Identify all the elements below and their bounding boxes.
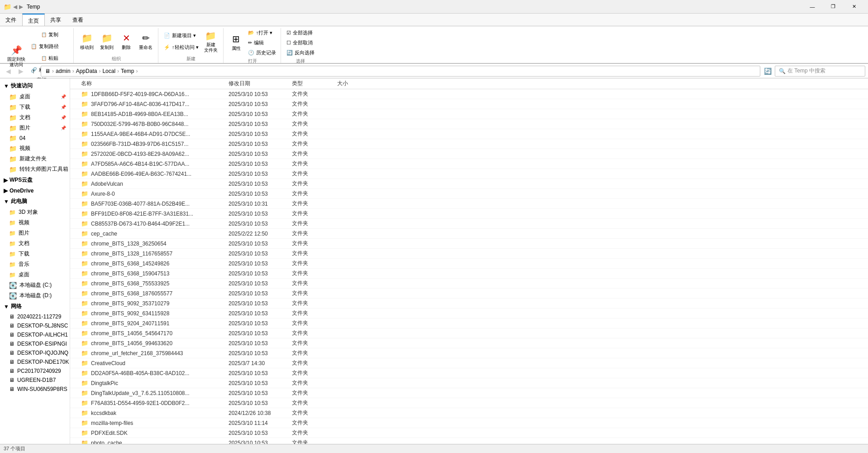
- sidebar-item-net7[interactable]: 🖥 PC201707240929: [0, 366, 70, 376]
- history-button[interactable]: 🕐 历史记录: [246, 48, 278, 57]
- table-row[interactable]: 📁 chrome_BITS_6368_755533925 2025/3/10 1…: [70, 279, 868, 289]
- table-row[interactable]: 📁 chrome_BITS_6368_159047513 2025/3/10 1…: [70, 269, 868, 279]
- sidebar-item-drive-d[interactable]: 💽 本地磁盘 (D:): [0, 290, 70, 301]
- onedrive-header[interactable]: ▶ OneDrive: [0, 186, 70, 196]
- table-row[interactable]: 📁 chrome_BITS_1328_36250654 2025/3/10 10…: [70, 239, 868, 249]
- table-row[interactable]: 📁 cep_cache 2025/2/22 12:50 文件夹: [70, 229, 868, 239]
- sidebar-item-net6[interactable]: 🖥 DESKTOP-NDE170K: [0, 357, 70, 366]
- sidebar-item-tools[interactable]: 📁 转转大师图片工具箱: [0, 164, 70, 174]
- copy-path-button[interactable]: 📋 复制路径: [29, 42, 71, 51]
- delete-button[interactable]: ✕ 删除: [117, 29, 135, 55]
- table-row[interactable]: 📁 chrome_url_fetcher_2168_375984443 2025…: [70, 348, 868, 358]
- table-row[interactable]: 📁 kccsdkbak 2024/12/26 10:38 文件夹: [70, 408, 868, 418]
- path-appdata[interactable]: AppData: [76, 68, 97, 74]
- table-row[interactable]: 📁 BA5F703E-036B-4077-881A-D52B49E... 202…: [70, 199, 868, 209]
- table-row[interactable]: 📁 2572020E-0BCD-4193-8E29-8A09A62... 202…: [70, 149, 868, 159]
- sidebar-item-net2[interactable]: 🖥 DESKTOP-5LJ8NSC: [0, 321, 70, 330]
- sidebar-item-net1[interactable]: 🖥 20240221-112729: [0, 312, 70, 321]
- sidebar-item-downloads[interactable]: 📁 下载 📌: [0, 102, 70, 112]
- copy-to-button[interactable]: 📁 复制到: [97, 29, 116, 55]
- tab-share[interactable]: 共享: [45, 14, 67, 26]
- table-row[interactable]: 📁 DingTalkUpdate_v3_7.6.25.110510808... …: [70, 388, 868, 398]
- table-row[interactable]: 📁 chrome_BITS_9204_240711591 2025/3/10 1…: [70, 318, 868, 328]
- table-row[interactable]: 📁 DD2A0F5A-46BB-405A-B38C-8AD102... 2025…: [70, 368, 868, 378]
- sidebar-item-net3[interactable]: 🖥 DESKTOP-AILHCH1: [0, 330, 70, 339]
- move-to-button[interactable]: 📁 移动到: [77, 29, 96, 55]
- sidebar-item-net8[interactable]: 🖥 UGREEN-D1B7: [0, 376, 70, 385]
- sidebar-item-video[interactable]: 📁 视频: [0, 143, 70, 154]
- table-row[interactable]: 📁 3FAFD796-AF10-48AC-8036-417D417... 202…: [70, 99, 868, 109]
- invert-selection-button[interactable]: 🔄 反向选择: [285, 48, 316, 57]
- select-all-button[interactable]: ☑ 全部选择: [285, 28, 315, 37]
- table-row[interactable]: 📁 DingtalkPic 2025/3/10 10:53 文件夹: [70, 378, 868, 388]
- table-row[interactable]: 📁 chrome_BITS_6368_1876055577 2025/3/10 …: [70, 289, 868, 299]
- path-admin[interactable]: admin: [56, 68, 71, 74]
- tab-home[interactable]: 主页: [22, 14, 45, 26]
- rename-button[interactable]: ✏ 重命名: [136, 29, 155, 55]
- table-row[interactable]: 📁 chrome_BITS_9092_353710279 2025/3/10 1…: [70, 299, 868, 308]
- table-row[interactable]: 📁 CreativeCloud 2025/3/7 14:30 文件夹: [70, 358, 868, 368]
- quick-access-header[interactable]: ▼ 快速访问: [0, 80, 70, 92]
- table-row[interactable]: 📁 mozilla-temp-files 2025/3/10 11:14 文件夹: [70, 418, 868, 428]
- sidebar-item-net4[interactable]: 🖥 DESKTOP-ESIPNGI: [0, 339, 70, 348]
- table-row[interactable]: 📁 AdobeVulcan 2025/3/10 10:53 文件夹: [70, 179, 868, 189]
- table-row[interactable]: 📁 8EB14185-AD1B-4969-8B0A-EEA13B... 2025…: [70, 109, 868, 119]
- sidebar-item-downloads2[interactable]: 📁 下载: [0, 249, 70, 259]
- select-none-button[interactable]: ☐ 全部取消: [285, 38, 315, 47]
- sidebar-item-pictures2[interactable]: 📁 图片: [0, 228, 70, 238]
- new-item-button[interactable]: 📄 新建项目 ▾: [162, 30, 200, 41]
- column-header-name[interactable]: 名称: [70, 80, 229, 87]
- sidebar-item-desktop[interactable]: 📁 桌面 📌: [0, 92, 70, 102]
- open-button[interactable]: 📂 ↑打开 ▾: [246, 28, 278, 37]
- new-folder-button[interactable]: 📁 新建文件夹: [201, 29, 220, 55]
- table-row[interactable]: 📁 1155AAEA-9BE4-46B4-AD91-D7DC5E... 2025…: [70, 129, 868, 139]
- nav-back-button[interactable]: ◀: [3, 66, 14, 77]
- search-bar[interactable]: 🔍 在 Temp 中搜索: [775, 66, 865, 77]
- table-row[interactable]: 📁 1DFBB66D-F5F2-4019-89CA-D6DA16... 2025…: [70, 89, 868, 99]
- table-row[interactable]: 📁 chrome_BITS_14056_545647170 2025/3/10 …: [70, 328, 868, 338]
- tab-file[interactable]: 文件: [0, 14, 22, 26]
- table-row[interactable]: 📁 chrome_BITS_14056_994633620 2025/3/10 …: [70, 338, 868, 348]
- table-row[interactable]: 📁 023566FB-731D-4B39-97D6-81C5157... 202…: [70, 139, 868, 149]
- edit-button[interactable]: ✏ 编辑: [246, 38, 278, 47]
- close-button[interactable]: ✕: [844, 0, 864, 14]
- paste-button[interactable]: 📋 粘贴: [29, 52, 71, 64]
- maximize-button[interactable]: ❐: [823, 0, 844, 14]
- table-row[interactable]: 📁 A7FD585A-A6C6-4B14-B19C-577DAA... 2025…: [70, 159, 868, 169]
- sidebar-item-drive-c[interactable]: 💽 本地磁盘 (C:): [0, 280, 70, 290]
- table-row[interactable]: 📁 chrome_BITS_9092_634115928 2025/3/10 1…: [70, 308, 868, 318]
- sidebar-item-video2[interactable]: 📁 视频: [0, 217, 70, 228]
- refresh-button[interactable]: 🔄: [762, 66, 773, 77]
- sidebar-item-pictures[interactable]: 📁 图片 📌: [0, 123, 70, 133]
- pc-header[interactable]: ▼ 此电脑: [0, 196, 70, 207]
- table-row[interactable]: 📁 F76A8351-D554-4959-92E1-0DDB0F2... 202…: [70, 398, 868, 408]
- table-row[interactable]: 📁 photo_cache 2025/3/10 10:53 文件夹: [70, 438, 868, 444]
- easy-access-button[interactable]: ⚡ ↑轻松访问 ▾: [162, 42, 200, 53]
- properties-button[interactable]: ⊞ 属性: [227, 29, 245, 56]
- sidebar-item-newfolder[interactable]: 📁 新建文件夹: [0, 154, 70, 164]
- wps-header[interactable]: ▶ WPS云盘: [0, 174, 70, 186]
- sidebar-item-3d[interactable]: 📁 3D 对象: [0, 207, 70, 217]
- path-temp[interactable]: Temp: [121, 68, 134, 74]
- table-row[interactable]: 📁 chrome_BITS_6368_145249826 2025/3/10 1…: [70, 259, 868, 269]
- sidebar-item-desktop2[interactable]: 📁 桌面: [0, 270, 70, 280]
- sidebar-item-documents[interactable]: 📁 文档 📌: [0, 112, 70, 123]
- minimize-button[interactable]: —: [802, 0, 823, 14]
- table-row[interactable]: 📁 BFF91DE0-8F08-421E-B7FF-3A31E831... 20…: [70, 209, 868, 219]
- nav-up-button[interactable]: ↑: [28, 66, 39, 77]
- tab-view[interactable]: 查看: [67, 14, 89, 26]
- sidebar-item-04[interactable]: 📁 04: [0, 133, 70, 143]
- table-row[interactable]: 📁 Axure-8-0 2025/3/10 10:53 文件夹: [70, 189, 868, 199]
- table-row[interactable]: 📁 AADBE66B-E096-49EA-B63C-7674241... 202…: [70, 169, 868, 179]
- sidebar-item-net5[interactable]: 🖥 DESKTOP-IQJOJNQ: [0, 348, 70, 357]
- table-row[interactable]: 📁 750D032E-5799-467B-B0B0-96C8448... 202…: [70, 119, 868, 129]
- column-header-size[interactable]: 大小: [337, 80, 382, 87]
- path-bar[interactable]: 🖥 › admin › AppData › Local › Temp ›: [41, 66, 760, 77]
- sidebar-item-net9[interactable]: 🖥 WIN-SU06N59P8RS: [0, 385, 70, 394]
- network-header[interactable]: ▼ 网络: [0, 301, 70, 312]
- sidebar-item-docs2[interactable]: 📁 文档: [0, 238, 70, 249]
- nav-forward-button[interactable]: ▶: [15, 66, 26, 77]
- table-row[interactable]: 📁 PDFXEdit.SDK 2025/3/10 10:53 文件夹: [70, 428, 868, 438]
- sidebar-item-music[interactable]: 📁 音乐: [0, 259, 70, 270]
- copy-button[interactable]: 📋 复制: [29, 28, 71, 41]
